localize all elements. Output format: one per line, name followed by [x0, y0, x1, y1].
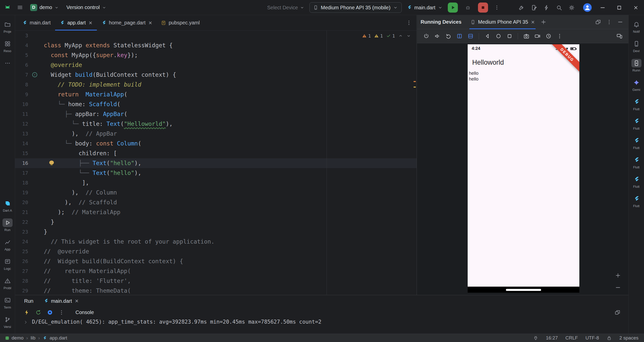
code-line[interactable]: 10 └─ home: Scaffold(: [15, 99, 417, 109]
code-line[interactable]: 14 └─ body: const Column(: [15, 139, 417, 148]
code-editor[interactable]: 34class MyApp extends StatelessWidget {5…: [15, 31, 417, 295]
project-widget[interactable]: D demo: [28, 3, 61, 12]
tool-button-flutter-deep-links[interactable]: Flutt: [629, 153, 644, 172]
account-avatar[interactable]: [583, 3, 592, 12]
hide-button[interactable]: [615, 17, 625, 27]
code-line[interactable]: 21 ); // MaterialApp: [15, 207, 417, 217]
close-device-tab-icon[interactable]: ×: [531, 20, 535, 25]
breadcrumb-item[interactable]: lib: [31, 335, 35, 341]
override-gutter-icon[interactable]: ↑: [32, 72, 37, 77]
inspection-widget[interactable]: 1 1 1: [362, 33, 411, 39]
code-line[interactable]: 4class MyApp extends StatelessWidget {: [15, 41, 417, 50]
tool-button-project[interactable]: Proje: [0, 17, 15, 36]
profiler-button[interactable]: [541, 3, 551, 13]
tool-button-dart-analysis[interactable]: Dart A: [0, 196, 15, 215]
rotate-button[interactable]: [443, 31, 453, 41]
breadcrumb-item[interactable]: app.dart: [50, 335, 67, 341]
more-options-button[interactable]: [604, 17, 614, 27]
home-button[interactable]: [493, 31, 503, 41]
run-tab-main-dart[interactable]: main.dart ×: [44, 295, 78, 307]
code-line[interactable]: 13 ), // AppBar: [15, 129, 417, 139]
code-line[interactable]: 18 ],: [15, 178, 417, 188]
code-line[interactable]: 6 @override: [15, 60, 417, 70]
maximize-button[interactable]: [611, 0, 627, 15]
code-line[interactable]: 11 ├─ appBar: AppBar(: [15, 109, 417, 119]
code-line[interactable]: 15 children: [: [15, 148, 417, 158]
debug-button[interactable]: [463, 3, 473, 13]
line-separator[interactable]: CRLF: [566, 335, 578, 341]
device-tab[interactable]: Medium Phone API 35 ×: [468, 15, 537, 29]
zoom-out-button[interactable]: [614, 283, 622, 291]
stop-button[interactable]: [478, 3, 488, 13]
code-line[interactable]: 9 return MaterialApp(: [15, 90, 417, 99]
gesture-pill[interactable]: [506, 289, 541, 291]
file-writable-icon[interactable]: [607, 335, 612, 341]
tool-button-flutter-sidebar[interactable]: Flutt: [629, 172, 644, 192]
volume-button[interactable]: [432, 31, 442, 41]
code-line[interactable]: 5 const MyApp({super.key});: [15, 50, 417, 60]
warning-mark[interactable]: [414, 81, 416, 82]
tool-button-version-control[interactable]: Versi: [0, 312, 15, 332]
code-line[interactable]: 23}: [15, 227, 417, 237]
previous-problem-button[interactable]: [398, 33, 403, 38]
code-line[interactable]: 20 ), // Scaffold: [15, 198, 417, 207]
tab-main.dart[interactable]: main.dart: [18, 15, 55, 30]
tool-button-flutter-performance[interactable]: Flutt: [629, 133, 644, 153]
main-menu-button[interactable]: [15, 3, 25, 12]
weak-warning-mark[interactable]: [414, 87, 416, 88]
open-devtools-button[interactable]: [45, 308, 54, 317]
file-encoding[interactable]: UTF-8: [585, 335, 599, 341]
run-button[interactable]: [448, 3, 458, 13]
close-tab-icon[interactable]: ×: [89, 20, 92, 25]
adb-connection-icon[interactable]: [533, 335, 538, 341]
layout-settings-button[interactable]: [613, 308, 622, 317]
tool-button-running-devices[interactable]: Runn: [629, 56, 644, 75]
code-line[interactable]: 27// return MaterialApp(: [15, 266, 417, 276]
code-line[interactable]: 17 └── Text("hello"),: [15, 168, 417, 178]
code-line[interactable]: 25// @override: [15, 247, 417, 256]
console-label[interactable]: Console: [75, 310, 94, 315]
device-manager-button[interactable]: [529, 3, 539, 13]
close-run-tab-icon[interactable]: ×: [75, 298, 78, 303]
minimize-button[interactable]: [594, 0, 611, 15]
cursor-position[interactable]: 16:27: [546, 335, 558, 341]
tool-button-app-quality-insights[interactable]: App: [0, 235, 15, 254]
breadcrumb[interactable]: demo›lib›app.dart: [6, 335, 67, 341]
device-screen[interactable]: 4:24 3G ▲▼ Helloworld hellohello DEBUG: [468, 44, 579, 287]
error-stripe[interactable]: [413, 31, 417, 295]
close-button[interactable]: [627, 0, 644, 15]
more-actions-button[interactable]: [57, 308, 66, 317]
run-configuration-dropdown[interactable]: main.dart: [407, 5, 443, 11]
fold-button[interactable]: [454, 31, 464, 41]
tool-button-flutter-devtools[interactable]: Flutt: [629, 192, 644, 211]
breadcrumb-item[interactable]: demo: [12, 335, 24, 341]
overview-button[interactable]: [504, 31, 514, 41]
hot-reload-button[interactable]: [22, 308, 31, 317]
tab-pubspec.yaml[interactable]: pubspec.yaml: [156, 15, 204, 30]
select-device-dropdown[interactable]: Select Device: [267, 5, 304, 11]
search-everywhere-button[interactable]: [554, 3, 564, 13]
tool-button-notifications[interactable]: Notif: [629, 17, 644, 36]
screen-record-button[interactable]: [532, 31, 542, 41]
intention-bulb-icon[interactable]: [49, 161, 54, 164]
close-tab-icon[interactable]: ×: [148, 20, 152, 25]
device-selector-dropdown[interactable]: Medium Phone API 35 (mobile): [309, 2, 402, 13]
hot-restart-button[interactable]: [34, 308, 43, 317]
back-button[interactable]: [482, 31, 492, 41]
more-run-actions-button[interactable]: [493, 3, 501, 13]
add-device-tab-button[interactable]: [539, 18, 548, 26]
console-output[interactable]: D/EGL_emulation( 4625): app_time_stats: …: [15, 319, 628, 325]
code-line[interactable]: 3: [15, 31, 417, 41]
tool-button-logcat[interactable]: Logc: [0, 254, 15, 274]
next-problem-button[interactable]: [406, 33, 411, 38]
tool-button-flutter-outline[interactable]: Flutt: [629, 95, 644, 114]
tool-button-run[interactable]: Run: [0, 215, 15, 235]
tool-button-device-manager[interactable]: Devi: [629, 36, 644, 56]
code-line[interactable]: 26// Widget build(BuildContext context) …: [15, 256, 417, 266]
tool-button-terminal[interactable]: Term: [0, 293, 15, 312]
tool-button-resource-manager[interactable]: Reso: [0, 36, 15, 56]
posture-button[interactable]: [465, 31, 475, 41]
tool-button-flutter-inspector[interactable]: Flutt: [629, 114, 644, 133]
code-line[interactable]: 19 ), // Column: [15, 188, 417, 198]
float-window-button[interactable]: [593, 17, 603, 27]
